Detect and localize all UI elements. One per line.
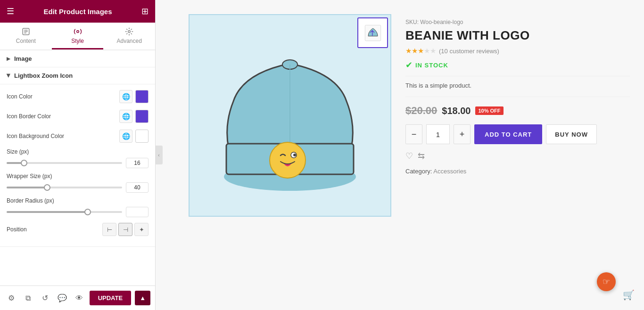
icon-bg-color-globe-btn[interactable]: 🌐: [119, 130, 132, 143]
product-area: SKU: Woo-beanie-logo BEANIE WITH LOGO ★★…: [156, 0, 644, 231]
icon-color-swatch[interactable]: [135, 90, 149, 103]
icon-bg-color-label: Icon Background Color: [7, 133, 119, 139]
border-radius-slider-thumb[interactable]: [84, 209, 91, 215]
hamburger-icon[interactable]: ☰: [7, 6, 14, 16]
icon-border-color-controls: 🌐: [119, 110, 149, 123]
image-section-header[interactable]: ▶ Image: [0, 50, 155, 67]
tab-style[interactable]: Style: [52, 23, 104, 49]
cursor-icon: ☞: [597, 272, 616, 291]
lightbox-section-label: Lightbox Zoom Icon: [14, 72, 73, 79]
qty-plus-btn[interactable]: +: [454, 124, 471, 144]
qty-minus-btn[interactable]: −: [405, 124, 422, 144]
cart-row: − + ADD TO CART BUY NOW: [405, 124, 630, 144]
size-row: Size (px): [7, 148, 149, 168]
svg-point-5: [128, 31, 131, 33]
icon-color-row: Icon Color 🌐: [7, 89, 149, 104]
lightbox-section-header[interactable]: ▶ Lightbox Zoom Icon: [0, 67, 155, 84]
stock-icon: ✔: [405, 60, 413, 70]
history-icon-btn[interactable]: ↺: [39, 291, 52, 306]
position-buttons: ⊢ ⊣ ✦: [102, 223, 149, 236]
icon-border-color-swatch[interactable]: [135, 110, 149, 123]
sku-value: Woo-beanie-logo: [420, 19, 463, 25]
buy-now-button[interactable]: BUY NOW: [546, 124, 597, 144]
layers-icon-btn[interactable]: ⧉: [22, 291, 35, 306]
category-label: Category:: [405, 168, 432, 175]
panel-header: ☰ Edit Product Images ⊞: [0, 0, 155, 23]
settings-icon-btn[interactable]: ⚙: [5, 291, 18, 306]
panel-tabs: Content Style Advanced: [0, 23, 155, 50]
lightbox-section-body: Icon Color 🌐 Icon Border Color 🌐 Icon Ba…: [0, 84, 155, 247]
icon-color-controls: 🌐: [119, 90, 149, 103]
wishlist-icon[interactable]: ♡: [405, 151, 413, 161]
panel-footer: ⚙ ⧉ ↺ 💬 👁 UPDATE ▲: [0, 286, 155, 310]
wrapper-size-slider-track[interactable]: [7, 187, 122, 188]
product-details: SKU: Woo-beanie-logo BEANIE WITH LOGO ★★…: [405, 14, 630, 175]
pricing-row: $20.00 $18.00 10% OFF: [405, 105, 630, 117]
product-image: [215, 40, 365, 191]
image-section-label: Image: [14, 55, 32, 62]
cart-bottom-icon[interactable]: 🛒: [623, 289, 635, 301]
border-radius-label: Border Radius (px): [7, 197, 149, 204]
wrapper-size-slider-thumb[interactable]: [44, 184, 50, 191]
position-label: Position: [7, 226, 102, 233]
simple-product-text: This is a simple product.: [405, 82, 630, 97]
icon-border-color-label: Icon Border Color: [7, 113, 119, 120]
icon-color-label: Icon Color: [7, 93, 119, 100]
old-price: $20.00: [405, 105, 437, 117]
discount-badge: 10% OFF: [475, 106, 503, 115]
size-label: Size (px): [7, 148, 149, 155]
border-radius-value-input[interactable]: [126, 207, 149, 217]
category-row: Category: Accessories: [405, 168, 630, 175]
update-arrow-button[interactable]: ▲: [135, 291, 150, 305]
product-title: BEANIE WITH LOGO: [405, 28, 630, 43]
update-button[interactable]: UPDATE: [90, 291, 131, 305]
qty-input[interactable]: [426, 124, 450, 144]
collapse-handle[interactable]: ‹: [155, 146, 163, 164]
icon-bg-color-swatch[interactable]: [135, 130, 149, 143]
wrapper-size-row: Wrapper Size (px): [7, 173, 149, 193]
border-radius-slider-row: [7, 207, 149, 217]
product-rating: ★★★★★ (10 customer reviews): [405, 47, 630, 55]
pos-btn-left[interactable]: ⊢: [102, 223, 116, 236]
panel-title: Edit Product Images: [43, 8, 112, 16]
product-image-wrapper: [189, 14, 391, 217]
border-radius-row: Border Radius (px): [7, 197, 149, 217]
stars: ★★★★★: [405, 47, 436, 55]
reviews-link[interactable]: (10 customer reviews): [439, 48, 499, 55]
position-row: Position ⊢ ⊣ ✦: [7, 222, 149, 237]
comment-icon-btn[interactable]: 💬: [56, 291, 69, 306]
tab-content[interactable]: Content: [0, 23, 52, 49]
compare-icon[interactable]: ⇆: [418, 151, 425, 161]
category-link[interactable]: Accessories: [433, 168, 466, 175]
wrapper-size-value-input[interactable]: [126, 182, 149, 193]
size-slider-track[interactable]: [7, 162, 122, 164]
size-slider-thumb[interactable]: [21, 160, 27, 166]
new-price: $18.00: [442, 106, 471, 116]
tab-content-label: Content: [16, 38, 36, 44]
tab-advanced[interactable]: Advanced: [103, 23, 155, 49]
grid-icon[interactable]: ⊞: [141, 6, 149, 16]
sku-label: SKU:: [405, 19, 419, 25]
pos-btn-center[interactable]: ⊣: [118, 223, 132, 236]
icon-border-color-globe-btn[interactable]: 🌐: [119, 110, 132, 123]
stock-text: IN STOCK: [415, 62, 448, 69]
add-to-cart-button[interactable]: ADD TO CART: [474, 124, 542, 144]
wrapper-size-label: Wrapper Size (px): [7, 173, 149, 179]
product-sku: SKU: Woo-beanie-logo: [405, 19, 630, 25]
wrapper-size-slider-row: [7, 182, 149, 193]
product-thumbnail: [357, 17, 388, 48]
size-value-input[interactable]: [126, 158, 149, 168]
svg-point-12: [293, 154, 296, 156]
tab-style-label: Style: [71, 38, 84, 44]
pos-btn-custom[interactable]: ✦: [134, 223, 149, 236]
image-arrow-icon: ▶: [7, 56, 10, 61]
border-radius-slider-track[interactable]: [7, 211, 122, 213]
stock-row: ✔ IN STOCK: [405, 60, 630, 76]
icon-color-globe-btn[interactable]: 🌐: [119, 90, 132, 103]
icon-bg-color-controls: 🌐: [119, 130, 149, 143]
action-icons: ♡ ⇆: [405, 151, 630, 161]
panel-content: ▶ Image ▶ Lightbox Zoom Icon Icon Color …: [0, 50, 155, 286]
left-panel: ☰ Edit Product Images ⊞ Content Style: [0, 0, 156, 310]
preview-icon-btn[interactable]: 👁: [73, 291, 86, 306]
lightbox-arrow-icon: ▶: [6, 74, 11, 78]
